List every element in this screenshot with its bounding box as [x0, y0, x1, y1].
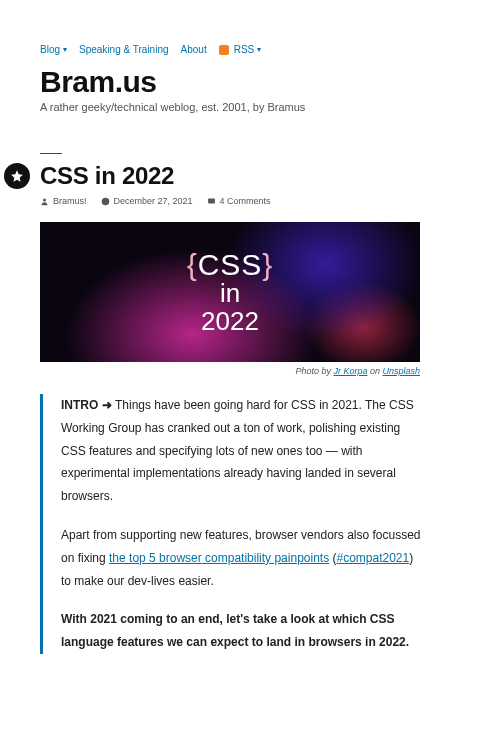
article-body: INTRO ➜ Things have been going hard for …	[40, 394, 422, 654]
post-meta: Bramus! December 27, 2021 4 Comments	[40, 196, 460, 206]
meta-date[interactable]: December 27, 2021	[101, 196, 193, 206]
svg-point-1	[101, 197, 109, 205]
compat-hashtag-link[interactable]: #compat2021	[337, 551, 410, 565]
comment-icon	[207, 197, 216, 206]
intro-label: INTRO ➜	[61, 398, 115, 412]
nav-speaking-label: Speaking & Training	[79, 44, 169, 55]
meta-author[interactable]: Bramus!	[40, 196, 87, 206]
hero-text-css: CSS	[198, 248, 263, 281]
nav-blog[interactable]: Blog ▾	[40, 44, 67, 55]
svg-point-0	[43, 198, 46, 201]
caption-author-link[interactable]: Jr Korpa	[333, 366, 367, 376]
star-icon	[4, 163, 30, 189]
hero-caption: Photo by Jr Korpa on Unsplash	[40, 366, 420, 376]
meta-comments[interactable]: 4 Comments	[207, 196, 271, 206]
nav-speaking[interactable]: Speaking & Training	[79, 44, 169, 55]
p3-text: With 2021 coming to an end, let's take a…	[61, 612, 409, 649]
post-heading: CSS in 2022	[4, 162, 460, 190]
clock-icon	[101, 197, 110, 206]
caption-site-link[interactable]: Unsplash	[382, 366, 420, 376]
divider	[40, 153, 62, 154]
svg-rect-2	[208, 198, 215, 203]
rss-icon	[219, 45, 229, 55]
hero-brace-open: {	[187, 248, 198, 281]
p2-b: (	[329, 551, 336, 565]
nav-rss-label: RSS	[234, 44, 255, 55]
hero-image: {CSS} in 2022	[40, 222, 420, 362]
hero-brace-close: }	[262, 248, 273, 281]
paragraph-2: Apart from supporting new features, brow…	[61, 524, 422, 592]
nav-about[interactable]: About	[181, 44, 207, 55]
post-title[interactable]: CSS in 2022	[40, 162, 174, 190]
caption-prefix: Photo by	[295, 366, 333, 376]
meta-date-label: December 27, 2021	[114, 196, 193, 206]
nav-about-label: About	[181, 44, 207, 55]
hero-text-year: 2022	[201, 308, 259, 335]
nav-blog-label: Blog	[40, 44, 60, 55]
compat-link[interactable]: the top 5 browser compatibility painpoin…	[109, 551, 329, 565]
chevron-down-icon: ▾	[257, 45, 261, 54]
intro-text: Things have been going hard for CSS in 2…	[61, 398, 414, 503]
user-icon	[40, 197, 49, 206]
nav-rss[interactable]: RSS ▾	[219, 44, 262, 55]
site-tagline: A rather geeky/technical weblog, est. 20…	[40, 101, 460, 113]
intro-paragraph: INTRO ➜ Things have been going hard for …	[61, 394, 422, 508]
paragraph-3: With 2021 coming to an end, let's take a…	[61, 608, 422, 654]
chevron-down-icon: ▾	[63, 45, 67, 54]
caption-mid: on	[367, 366, 382, 376]
site-title[interactable]: Bram.us	[40, 65, 460, 99]
top-nav: Blog ▾ Speaking & Training About RSS ▾	[40, 44, 460, 55]
hero-text-in: in	[220, 280, 240, 307]
meta-comments-label: 4 Comments	[220, 196, 271, 206]
meta-author-label: Bramus!	[53, 196, 87, 206]
